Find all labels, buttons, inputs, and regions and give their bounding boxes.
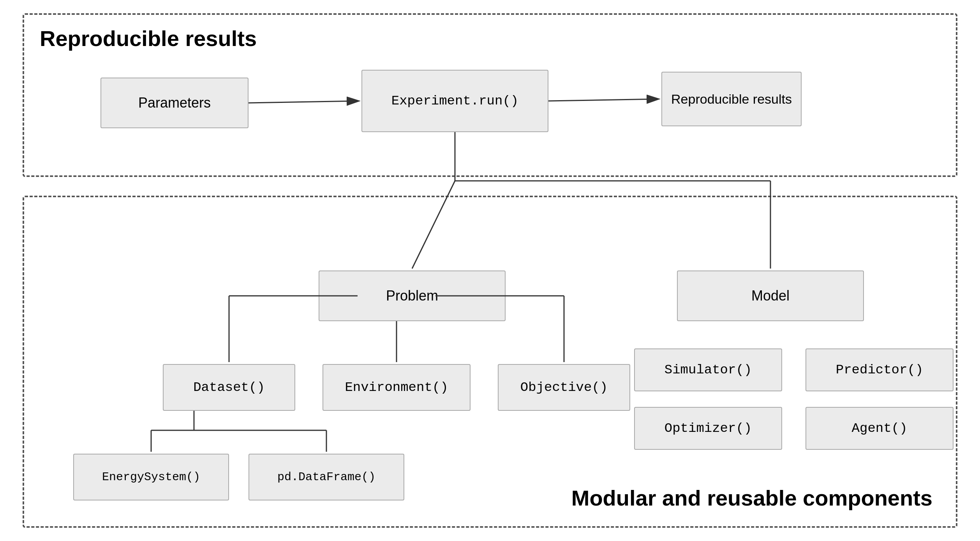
model-label: Model [751, 288, 790, 304]
predictor-node: Predictor() [806, 348, 954, 391]
pd-dataframe-node: pd.DataFrame() [249, 454, 404, 500]
experiment-run-label: Experiment.run() [391, 94, 518, 108]
problem-label: Problem [386, 288, 438, 304]
energy-system-label: EnergySystem() [102, 470, 200, 484]
objective-node: Objective() [498, 364, 630, 411]
experiment-run-node: Experiment.run() [361, 70, 548, 132]
dataset-node: Dataset() [163, 364, 295, 411]
top-box-title: Reproducible results [40, 26, 257, 51]
energy-system-node: EnergySystem() [73, 454, 229, 500]
agent-node: Agent() [806, 407, 954, 450]
parameters-node: Parameters [100, 78, 249, 128]
optimizer-node: Optimizer() [634, 407, 782, 450]
model-node: Model [677, 270, 864, 321]
optimizer-label: Optimizer() [664, 421, 752, 436]
predictor-label: Predictor() [836, 362, 923, 377]
bottom-box-title: Modular and reusable components [571, 485, 932, 511]
objective-label: Objective() [520, 380, 608, 395]
parameters-label: Parameters [138, 95, 211, 111]
simulator-node: Simulator() [634, 348, 782, 391]
agent-label: Agent() [852, 421, 908, 436]
environment-node: Environment() [323, 364, 471, 411]
diagram-wrapper: Reproducible results Modular and reusabl… [23, 13, 957, 528]
problem-node: Problem [319, 270, 506, 321]
reproducible-results-node: Reproducible results [661, 72, 802, 126]
dataset-label: Dataset() [193, 380, 265, 395]
simulator-label: Simulator() [664, 362, 752, 377]
reproducible-results-label: Reproducible results [671, 90, 792, 108]
environment-label: Environment() [345, 380, 448, 395]
pd-dataframe-label: pd.DataFrame() [277, 470, 375, 484]
